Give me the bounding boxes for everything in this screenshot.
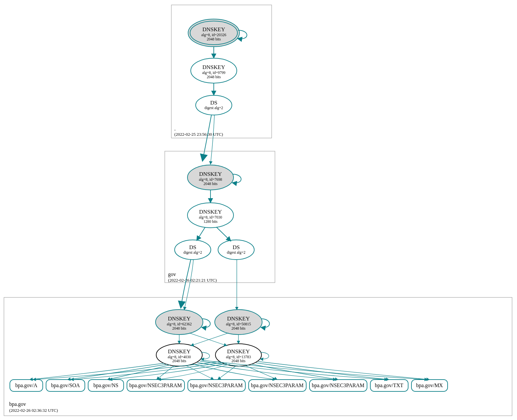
edge-gov-ds1-bpa-ksk1-big <box>181 259 191 307</box>
svg-text:bpa.gov/MX: bpa.gov/MX <box>416 383 443 388</box>
svg-text:bpa.gov/NS: bpa.gov/NS <box>93 383 118 388</box>
node-bpa-ksk1: DNSKEY alg=8, id=62362 2048 bits <box>156 310 203 335</box>
svg-text:2048 bits: 2048 bits <box>207 37 221 41</box>
node-root-zsk: DNSKEY alg=8, id=9799 2048 bits <box>191 58 237 83</box>
svg-text:DNSKEY: DNSKEY <box>203 64 225 70</box>
svg-text:2048 bits: 2048 bits <box>232 326 246 330</box>
svg-text:bpa.gov/NSEC3PARAM: bpa.gov/NSEC3PARAM <box>129 383 182 388</box>
zone-bpagov-label: bpa.gov <box>9 401 26 407</box>
svg-text:digest alg=2: digest alg=2 <box>205 106 223 110</box>
svg-text:bpa.gov/NSEC3PARAM: bpa.gov/NSEC3PARAM <box>190 383 243 388</box>
rrset-nsec3-1: bpa.gov/NSEC3PARAM <box>127 380 185 391</box>
node-gov-zsk: DNSKEY alg=8, id=7030 1280 bits <box>187 203 234 228</box>
svg-text:DS: DS <box>189 244 196 250</box>
edge-gov-zsk-ds1 <box>197 227 205 241</box>
svg-text:bpa.gov/TXT: bpa.gov/TXT <box>375 383 404 388</box>
svg-text:2048 bits: 2048 bits <box>172 359 186 363</box>
zone-gov-label: gov <box>168 271 176 277</box>
svg-text:DNSKEY: DNSKEY <box>168 315 191 322</box>
edge-root-ds-gov-ksk <box>210 115 214 164</box>
svg-text:alg=8, id=62362: alg=8, id=62362 <box>167 322 192 326</box>
node-bpa-ksk2: DNSKEY alg=8, id=50815 2048 bits <box>215 310 262 335</box>
node-root-ds: DS digest alg=2 <box>196 95 232 115</box>
svg-text:alg=8, id=50815: alg=8, id=50815 <box>226 322 251 326</box>
svg-text:digest alg=2: digest alg=2 <box>227 250 246 255</box>
edges-zsk-to-rrsets <box>30 360 430 380</box>
zone-root-ts: (2022-02-25 23:56:30 UTC) <box>174 132 223 137</box>
rrset-ns: bpa.gov/NS <box>88 380 124 391</box>
zone-root-label: . <box>174 126 176 131</box>
svg-text:DS: DS <box>233 244 240 250</box>
svg-text:bpa.gov/NSEC3PARAM: bpa.gov/NSEC3PARAM <box>251 383 304 388</box>
svg-text:alg=8, id=7698: alg=8, id=7698 <box>199 177 222 182</box>
svg-text:bpa.gov/SOA: bpa.gov/SOA <box>51 383 80 388</box>
rrset-nsec3-3: bpa.gov/NSEC3PARAM <box>249 380 306 391</box>
svg-text:2048 bits: 2048 bits <box>172 326 186 330</box>
zone-root: . (2022-02-25 23:56:30 UTC) DNSKEY alg=8… <box>171 5 272 138</box>
zone-bpagov-ts: (2022-02-26 02:36:32 UTC) <box>9 408 58 413</box>
svg-text:DNSKEY: DNSKEY <box>199 209 222 215</box>
rrset-soa: bpa.gov/SOA <box>46 380 85 391</box>
svg-text:bpa.gov/NSEC3PARAM: bpa.gov/NSEC3PARAM <box>312 383 364 388</box>
rrset-nsec3-2: bpa.gov/NSEC3PARAM <box>188 380 245 391</box>
node-gov-ds2: DS digest alg=2 <box>218 240 254 260</box>
node-gov-ksk: DNSKEY alg=8, id=7698 2048 bits <box>187 165 234 190</box>
svg-text:alg=8, id=20326: alg=8, id=20326 <box>201 33 226 37</box>
svg-text:2048 bits: 2048 bits <box>204 182 218 186</box>
svg-text:DS: DS <box>210 100 217 106</box>
svg-text:bpa.gov/A: bpa.gov/A <box>15 383 37 388</box>
svg-text:digest alg=2: digest alg=2 <box>184 250 202 255</box>
rrset-a: bpa.gov/A <box>10 380 43 391</box>
svg-text:alg=8, id=7030: alg=8, id=7030 <box>199 215 222 220</box>
node-bpa-zsk1: DNSKEY alg=8, id=4030 2048 bits <box>156 344 202 366</box>
edge-gov-zsk-ds2 <box>216 227 231 241</box>
zone-gov: gov (2022-02-26 02:21:21 UTC) DNSKEY alg… <box>165 151 275 283</box>
svg-text:DNSKEY: DNSKEY <box>168 348 191 355</box>
svg-text:DNSKEY: DNSKEY <box>227 315 250 322</box>
node-gov-ds1: DS digest alg=2 <box>175 240 211 260</box>
node-root-ksk: DNSKEY alg=8, id=20326 2048 bits <box>188 19 239 47</box>
rrset-nsec3-4: bpa.gov/NSEC3PARAM <box>309 380 367 391</box>
rrset-txt: bpa.gov/TXT <box>370 380 408 391</box>
svg-text:2048 bits: 2048 bits <box>207 75 221 79</box>
svg-text:alg=8, id=9799: alg=8, id=9799 <box>202 71 226 75</box>
svg-text:1280 bits: 1280 bits <box>204 220 218 223</box>
edge-root-ds-gov-ksk-big <box>203 115 211 160</box>
zone-bpagov: bpa.gov (2022-02-26 02:36:32 UTC) DNSKEY… <box>4 297 512 416</box>
zone-gov-ts: (2022-02-26 02:21:21 UTC) <box>168 278 217 283</box>
svg-text:2048 bits: 2048 bits <box>232 359 246 363</box>
svg-text:DNSKEY: DNSKEY <box>199 171 222 177</box>
svg-text:DNSKEY: DNSKEY <box>203 26 225 33</box>
rrset-mx: bpa.gov/MX <box>411 380 448 391</box>
svg-text:DNSKEY: DNSKEY <box>227 348 250 355</box>
